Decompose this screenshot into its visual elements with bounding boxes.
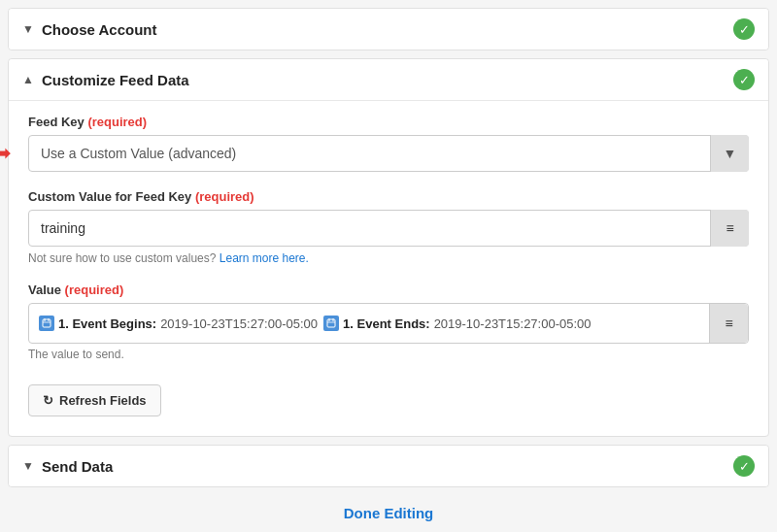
choose-account-check-icon: ✓ xyxy=(733,18,755,40)
feed-key-group: Feed Key (required) ➡ Use a Custom Value… xyxy=(28,115,749,172)
custom-value-label: Custom Value for Feed Key (required) xyxy=(28,189,749,204)
choose-account-section: ▼ Choose Account ✓ xyxy=(8,8,769,50)
tag-event-begins-value: 2019-10-23T15:27:00-05:00 xyxy=(160,316,318,331)
tag-event-begins-icon xyxy=(39,316,54,331)
value-options-icon[interactable]: ≡ xyxy=(709,304,748,343)
refresh-fields-button[interactable]: ↻ Refresh Fields xyxy=(28,384,161,416)
send-data-section: ▼ Send Data ✓ xyxy=(8,445,769,487)
feed-key-required: (required) xyxy=(87,115,147,129)
value-options-lines-icon: ≡ xyxy=(725,316,732,331)
tag-event-begins: 1. Event Begins: 2019-10-23T15:27:00-05:… xyxy=(39,316,318,331)
value-field[interactable]: 1. Event Begins: 2019-10-23T15:27:00-05:… xyxy=(28,303,749,344)
send-data-header-left: ▼ Send Data xyxy=(22,458,113,475)
value-sub-hint: The value to send. xyxy=(28,348,749,361)
tag-event-begins-label: 1. Event Begins: xyxy=(58,316,156,331)
custom-value-hint-text: Not sure how to use custom values? xyxy=(28,251,216,265)
custom-value-field-wrapper: ≡ xyxy=(28,210,749,247)
send-data-header[interactable]: ▼ Send Data ✓ xyxy=(9,446,768,486)
customize-feed-data-chevron-icon: ▲ xyxy=(22,73,34,86)
customize-feed-data-body: Feed Key (required) ➡ Use a Custom Value… xyxy=(9,100,768,436)
send-data-chevron-icon: ▼ xyxy=(22,459,34,473)
arrow-indicator-icon: ➡ xyxy=(0,141,11,166)
feed-key-label-text: Feed Key xyxy=(28,115,84,129)
tag-event-ends-label: 1. Event Ends: xyxy=(343,316,430,331)
value-label-text: Value xyxy=(28,283,61,297)
feed-key-field-wrapper: ➡ Use a Custom Value (advanced) ▼ xyxy=(28,135,749,172)
refresh-icon: ↻ xyxy=(43,393,53,408)
value-label: Value (required) xyxy=(28,283,749,297)
customize-feed-data-header[interactable]: ▲ Customize Feed Data ✓ xyxy=(9,59,768,100)
custom-value-required: (required) xyxy=(195,189,254,204)
custom-value-options-icon[interactable]: ≡ xyxy=(710,210,749,247)
custom-value-label-text: Custom Value for Feed Key xyxy=(28,189,191,204)
choose-account-header[interactable]: ▼ Choose Account ✓ xyxy=(9,9,768,50)
value-group: Value (required) 1. Event Begins: 2019-1… xyxy=(28,283,749,361)
custom-value-group: Custom Value for Feed Key (required) ≡ N… xyxy=(28,189,749,265)
svg-rect-0 xyxy=(43,319,51,327)
value-required: (required) xyxy=(65,283,124,297)
done-editing-bar[interactable]: Done Editing xyxy=(0,495,777,531)
done-editing-label: Done Editing xyxy=(344,505,434,521)
choose-account-chevron-icon: ▼ xyxy=(22,22,34,36)
customize-feed-data-check-icon: ✓ xyxy=(733,69,755,90)
tag-event-ends-value: 2019-10-23T15:27:00-05:00 xyxy=(434,316,591,331)
send-data-title: Send Data xyxy=(42,458,113,475)
customize-feed-data-header-left: ▲ Customize Feed Data xyxy=(22,72,189,88)
learn-more-link[interactable]: Learn more here. xyxy=(220,251,309,265)
tag-event-ends-icon xyxy=(323,316,339,331)
send-data-check-icon: ✓ xyxy=(733,455,755,477)
value-field-wrapper: 1. Event Begins: 2019-10-23T15:27:00-05:… xyxy=(28,303,749,344)
svg-rect-4 xyxy=(327,319,335,327)
refresh-fields-label: Refresh Fields xyxy=(59,393,147,408)
feed-key-select[interactable]: Use a Custom Value (advanced) xyxy=(28,135,749,172)
custom-value-hint: Not sure how to use custom values? Learn… xyxy=(28,251,749,265)
custom-value-input[interactable] xyxy=(28,210,749,247)
customize-feed-data-title: Customize Feed Data xyxy=(42,72,189,88)
customize-feed-data-section: ▲ Customize Feed Data ✓ Feed Key (requir… xyxy=(8,58,769,437)
choose-account-title: Choose Account xyxy=(42,21,157,38)
tag-event-ends: 1. Event Ends: 2019-10-23T15:27:00-05:00 xyxy=(323,316,591,331)
options-lines-icon: ≡ xyxy=(726,220,733,236)
feed-key-label: Feed Key (required) xyxy=(28,115,749,129)
choose-account-header-left: ▼ Choose Account xyxy=(22,21,157,38)
